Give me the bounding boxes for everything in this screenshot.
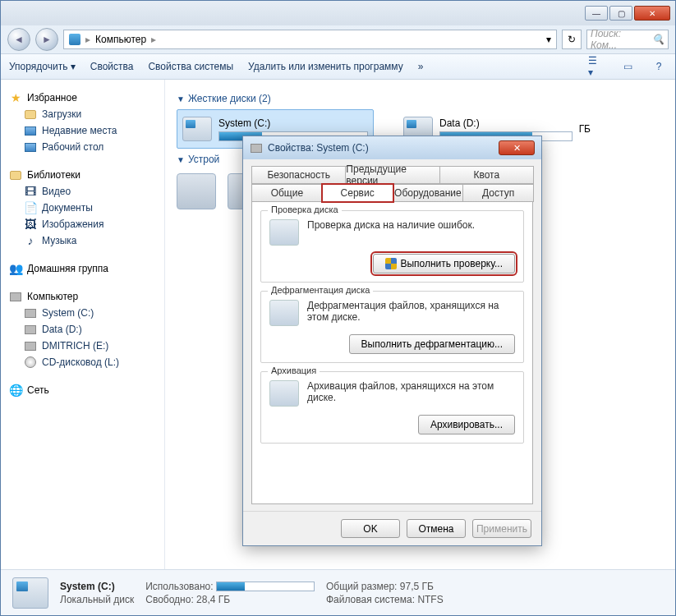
view-options-button[interactable]: ☰ ▾ <box>588 58 605 75</box>
drive-icon <box>25 342 36 351</box>
system-properties-button[interactable]: Свойства системы <box>148 61 233 72</box>
tab-previous-versions[interactable]: Предыдущие версии <box>345 166 439 184</box>
documents-icon: 📄 <box>24 201 37 214</box>
apply-button[interactable]: Применить <box>472 519 531 538</box>
nav-back-button[interactable]: ◄ <box>7 28 30 51</box>
sidebar-homegroup[interactable]: 👥Домашняя группа <box>6 260 159 277</box>
sidebar-item-desktop[interactable]: Рабочий стол <box>6 139 159 155</box>
star-icon: ★ <box>9 91 22 104</box>
libraries-icon <box>10 171 21 180</box>
sidebar-network[interactable]: 🌐Сеть <box>6 382 159 398</box>
sidebar-item-drive-e[interactable]: DMITRICH (E:) <box>6 338 159 354</box>
tab-general[interactable]: Общие <box>251 184 323 202</box>
status-drive-name: System (C:) <box>60 581 134 592</box>
properties-dialog: Свойства: System (C:) ✕ Безопасность Пре… <box>242 136 542 546</box>
collapse-arrow-icon: ▼ <box>177 155 185 164</box>
backup-button[interactable]: Архивировать... <box>418 415 515 434</box>
navigation-sidebar: ★Избранное Загрузки Недавние места Рабоч… <box>1 80 165 569</box>
status-bar: System (C:) Локальный диск Использовано:… <box>1 569 675 615</box>
toolbar-more[interactable]: » <box>418 61 424 72</box>
window-titlebar: — ▢ ✕ <box>1 1 675 25</box>
sidebar-item-music[interactable]: ♪Музыка <box>6 232 159 249</box>
properties-button[interactable]: Свойства <box>90 61 134 72</box>
backup-group: Архивация Архивация файлов, хранящихся н… <box>260 371 524 444</box>
status-fs-label: Файловая система: <box>326 594 415 605</box>
dialog-title: Свойства: System (C:) <box>268 142 369 154</box>
tab-tools[interactable]: Сервис <box>322 184 393 202</box>
dialog-tabs: Безопасность Предыдущие версии Квота Общ… <box>243 159 541 202</box>
recent-icon <box>25 126 36 136</box>
drive-suffix: ГБ <box>579 123 591 135</box>
tab-sharing[interactable]: Доступ <box>462 184 534 202</box>
backup-text: Архивация файлов, хранящихся на этом дис… <box>307 380 515 403</box>
video-icon: 🎞 <box>24 185 37 198</box>
organize-menu[interactable]: Упорядочить ▾ <box>9 61 76 72</box>
status-total-label: Общий размер: <box>326 581 397 592</box>
search-input[interactable]: Поиск: Ком... 🔍 <box>586 30 669 49</box>
sidebar-item-drive-d[interactable]: Data (D:) <box>6 321 159 338</box>
sidebar-item-drive-c[interactable]: System (C:) <box>6 305 159 321</box>
drive-label: System (C:) <box>218 117 368 129</box>
nav-forward-button[interactable]: ► <box>35 28 58 51</box>
network-icon: 🌐 <box>9 384 22 397</box>
uninstall-program-button[interactable]: Удалить или изменить программу <box>248 61 403 72</box>
collapse-arrow-icon: ▼ <box>177 94 185 103</box>
sidebar-item-pictures[interactable]: 🖼Изображения <box>6 216 159 232</box>
help-button[interactable]: ? <box>651 58 667 75</box>
drive-icon <box>251 144 262 153</box>
defrag-icon <box>269 300 299 326</box>
disc-icon <box>25 356 36 368</box>
sidebar-computer[interactable]: Компьютер <box>6 288 159 305</box>
sidebar-item-recent[interactable]: Недавние места <box>6 122 159 139</box>
status-fs-value: NTFS <box>417 594 443 605</box>
defrag-legend: Дефрагментация диска <box>268 285 373 295</box>
dialog-close-button[interactable]: ✕ <box>499 140 535 155</box>
search-placeholder: Поиск: Ком... <box>591 28 649 51</box>
hdd-section-header[interactable]: ▼Жесткие диски (2) <box>177 93 664 104</box>
status-used-label: Использовано: <box>145 581 213 592</box>
music-icon: ♪ <box>24 234 37 247</box>
defrag-text: Дефрагментация файлов, хранящихся на это… <box>307 300 515 323</box>
defragment-button[interactable]: Выполнить дефрагментацию... <box>349 334 515 354</box>
close-button[interactable]: ✕ <box>634 6 670 21</box>
breadcrumb-location[interactable]: Компьютер <box>95 34 146 45</box>
check-disk-group: Проверка диска Проверка диска на наличие… <box>260 210 524 283</box>
tab-quota[interactable]: Квота <box>439 166 534 184</box>
computer-icon <box>10 292 21 301</box>
check-disk-legend: Проверка диска <box>268 205 342 214</box>
dialog-titlebar[interactable]: Свойства: System (C:) ✕ <box>243 136 541 159</box>
drive-icon <box>25 309 36 318</box>
status-free-value: 28,4 ГБ <box>196 594 230 605</box>
ok-button[interactable]: OK <box>341 519 400 538</box>
tab-security[interactable]: Безопасность <box>251 166 346 184</box>
computer-icon <box>69 34 80 45</box>
status-drive-type: Локальный диск <box>60 594 134 605</box>
folder-icon <box>25 110 36 119</box>
address-bar[interactable]: ▸ Компьютер ▸ ▾ <box>63 30 557 49</box>
sidebar-libraries[interactable]: Библиотеки <box>6 167 159 183</box>
maximize-button[interactable]: ▢ <box>609 6 632 21</box>
check-now-button[interactable]: Выполнить проверку... <box>373 254 515 274</box>
breadcrumb-sep-icon: ▸ <box>151 34 156 45</box>
drive-label: Data (D:) <box>439 117 573 129</box>
sidebar-item-cd-drive[interactable]: CD-дисковод (L:) <box>6 354 159 370</box>
status-total-value: 97,5 ГБ <box>400 581 434 592</box>
address-dropdown-icon[interactable]: ▾ <box>546 34 551 45</box>
check-disk-text: Проверка диска на наличие ошибок. <box>307 219 515 231</box>
device-item[interactable] <box>177 173 216 209</box>
desktop-icon <box>25 143 36 152</box>
backup-legend: Архивация <box>268 365 320 375</box>
sidebar-item-videos[interactable]: 🎞Видео <box>6 183 159 200</box>
status-free-label: Свободно: <box>145 594 194 605</box>
preview-pane-button[interactable]: ▭ <box>619 58 636 75</box>
navigation-row: ◄ ► ▸ Компьютер ▸ ▾ ↻ Поиск: Ком... 🔍 <box>1 25 675 53</box>
sidebar-item-documents[interactable]: 📄Документы <box>6 200 159 216</box>
pictures-icon: 🖼 <box>24 218 37 231</box>
minimize-button[interactable]: — <box>585 6 608 21</box>
tab-hardware[interactable]: Оборудование <box>393 184 464 202</box>
sidebar-favorites[interactable]: ★Избранное <box>6 90 159 106</box>
search-icon: 🔍 <box>652 34 665 45</box>
cancel-button[interactable]: Отмена <box>407 519 466 538</box>
refresh-button[interactable]: ↻ <box>562 30 582 49</box>
sidebar-item-downloads[interactable]: Загрузки <box>6 106 159 122</box>
